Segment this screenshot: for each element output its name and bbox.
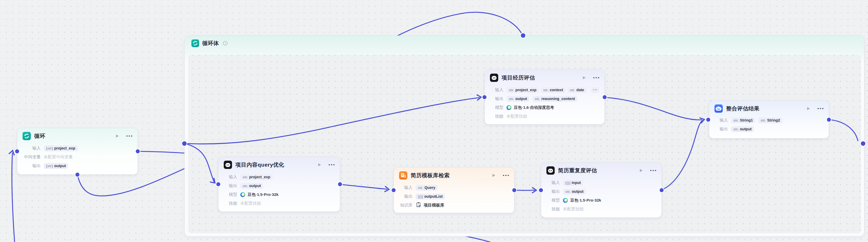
model-row: 模型 豆包·1.6·自动深度思考 [490, 104, 599, 111]
badge-name: project_exp [515, 88, 536, 92]
llm-icon [490, 73, 498, 82]
param-badge[interactable]: str.Query [415, 185, 438, 191]
loop-icon [191, 39, 199, 47]
input-row: 输入 [str] project_exp [23, 145, 132, 152]
more-button[interactable] [593, 75, 599, 80]
more-button[interactable] [817, 106, 824, 111]
badge-type: str. [418, 186, 423, 190]
node-title: 项目经历评估 [502, 74, 535, 81]
input-row: 输入 str.Query [399, 184, 509, 191]
node-query-opt[interactable]: 项目内容query优化 输入 str.project_exp 输出 str.ou… [218, 157, 340, 212]
knowledge-row: 知识库 项目模板库 [399, 202, 509, 209]
badge-type: str. [570, 88, 575, 92]
more-button[interactable] [650, 168, 656, 173]
skill-row: 技能 未配置技能 [224, 200, 335, 207]
output-row: 输出 [{}]outputList [399, 193, 509, 200]
row-label: 技能 [547, 207, 560, 212]
run-button[interactable] [491, 173, 496, 178]
input-row: 输入 str.project_exp [224, 174, 335, 180]
row-label: 输出 [23, 163, 41, 169]
model-name: 豆包·1.5·Pro·32k [248, 192, 279, 198]
output-row: 输出 str.output [547, 188, 656, 195]
param-badge[interactable]: str.context [541, 87, 565, 93]
more-button[interactable] [329, 162, 335, 167]
param-badge[interactable]: str.project_exp [240, 174, 273, 180]
placeholder-text: 未配置技能 [563, 207, 584, 212]
node-dup-eval[interactable]: 简历重复度评估 输入 [{}]input 输出 str.output 模型 豆包… [541, 162, 662, 218]
run-button[interactable] [317, 162, 321, 167]
run-button[interactable] [806, 106, 810, 111]
badge-name: String2 [767, 118, 780, 122]
more-button[interactable] [503, 173, 509, 178]
skill-row: 技能 未配置技能 [547, 206, 656, 212]
more-params-badge[interactable]: ··· [591, 87, 599, 93]
arrowhead [9, 150, 15, 155]
edge-loop-to-body[interactable] [138, 151, 189, 153]
param-badge[interactable]: str.output [506, 96, 529, 102]
row-label: 技能 [490, 114, 503, 119]
model-name: 豆包·1.5·Pro·32k [570, 198, 601, 203]
knowledge-base-icon [415, 202, 421, 209]
badge-type: str. [243, 175, 248, 179]
badge-type: [str] [46, 146, 53, 150]
edge-into-loop-input[interactable] [12, 153, 15, 242]
input-row: 输入 str.project_exp str.context str.date … [490, 87, 599, 93]
node-project-eval[interactable]: 项目经历评估 输入 str.project_exp str.context st… [485, 70, 604, 124]
info-icon[interactable]: i [223, 41, 228, 46]
param-badge[interactable]: str.String1 [731, 117, 755, 123]
param-badge[interactable]: str.output [731, 126, 754, 132]
knowledge-base-name[interactable]: 项目模板库 [424, 203, 444, 208]
badge-type: [{}] [418, 194, 423, 199]
workflow-canvas[interactable]: 循环体 i [0, 0, 868, 242]
badge-name: output [249, 184, 261, 188]
badge-type: str. [509, 88, 514, 92]
param-badge[interactable]: str.reasoning_content [532, 96, 577, 102]
row-label: 输出 [224, 183, 237, 189]
param-badge[interactable]: [{}]outputList [415, 193, 445, 200]
doubao-model-icon [240, 192, 245, 197]
badge-type: str. [543, 88, 549, 92]
param-badge[interactable]: [str] project_exp [44, 145, 78, 151]
placeholder-text: 未配置中间变量 [44, 154, 73, 160]
badge-name: Query [425, 185, 435, 190]
model-name: 豆包·1.6·自动深度思考 [514, 105, 554, 110]
text-processing-icon: Str [714, 104, 723, 113]
doubao-model-icon [563, 198, 568, 203]
mid-var-row: 中间变量 未配置中间变量 [23, 154, 132, 160]
badge-name: project_exp [54, 146, 75, 150]
badge-name: reasoning_content [541, 97, 575, 101]
badge-type: str. [535, 97, 540, 101]
llm-icon [224, 161, 232, 169]
badge-name: outputList [425, 194, 443, 199]
node-title: 简历模板库检索 [411, 172, 450, 179]
row-label: 输出 [547, 189, 560, 194]
badge-name: context [550, 88, 563, 92]
node-title: 整合评估结果 [726, 105, 760, 112]
node-merge-result[interactable]: Str 整合评估结果 输入 str.String1 str.String2 输出… [709, 100, 829, 139]
param-badge[interactable]: str.output [240, 183, 263, 189]
more-button[interactable] [126, 134, 132, 139]
badge-name: output [515, 97, 527, 101]
row-label: 输入 [714, 118, 728, 123]
row-label: 输入 [490, 87, 503, 93]
node-title: 循环 [34, 132, 45, 140]
placeholder-text: 未配置技能 [506, 114, 527, 119]
param-badge[interactable]: str.String2 [758, 117, 782, 123]
param-badge[interactable]: str.project_exp [506, 87, 539, 93]
row-label: 输入 [224, 174, 237, 180]
row-label: 模型 [547, 198, 560, 203]
run-button[interactable] [115, 134, 119, 139]
badge-name: output [740, 127, 751, 131]
param-badge[interactable]: str.output [563, 189, 586, 194]
node-loop[interactable]: 循环 输入 [str] project_exp 中间变量 未配置中间变量 输出 [17, 128, 138, 175]
output-row: 输出 str.output [714, 126, 824, 132]
svg-text:i: i [225, 42, 225, 45]
badge-name: date [577, 88, 584, 92]
run-button[interactable] [582, 75, 586, 80]
param-badge[interactable]: [str] output [44, 163, 68, 169]
run-button[interactable] [639, 168, 643, 173]
param-badge[interactable]: str.date [568, 87, 587, 93]
input-row: 输入 [{}]input [547, 179, 656, 186]
node-template-search[interactable]: 简历模板库检索 输入 str.Query 输出 [{}]outputList 知… [394, 168, 514, 213]
param-badge[interactable]: [{}]input [563, 180, 583, 186]
